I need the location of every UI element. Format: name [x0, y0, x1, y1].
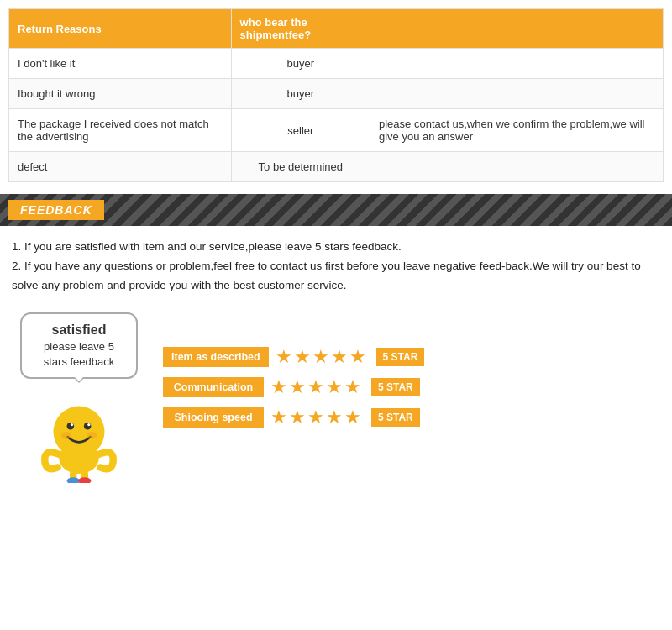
table-row: defect To be determined	[9, 152, 664, 182]
reason-cell: defect	[9, 152, 232, 182]
ratings-container: Item as described ★ ★ ★ ★ ★ 5 STAR Commu…	[163, 312, 424, 428]
svg-point-3	[84, 423, 91, 429]
rating-row-communication: Communication ★ ★ ★ ★ ★ 5 STAR	[163, 376, 424, 398]
star-icon: ★	[307, 407, 324, 428]
svg-point-7	[87, 432, 97, 438]
stars-item: ★ ★ ★ ★ ★	[276, 346, 366, 368]
svg-point-10	[67, 477, 80, 483]
note-cell: please contact us,when we confirm the pr…	[370, 109, 664, 152]
svg-point-2	[67, 423, 74, 429]
bearer-cell: seller	[231, 109, 370, 152]
table-row: The package I received does not match th…	[9, 109, 664, 152]
note-cell	[370, 152, 664, 182]
note-cell	[370, 79, 664, 109]
rating-badge-shipping: 5 STAR	[371, 408, 420, 427]
star-icon: ★	[276, 346, 292, 368]
star-icon: ★	[312, 346, 329, 368]
feedback-line2: 2. If you have any questions or problem,…	[12, 257, 660, 296]
note-cell	[370, 49, 664, 79]
reason-cell: I don't like it	[9, 49, 232, 79]
return-reasons-section: Return Reasons who bear the shipmentfee?…	[0, 0, 672, 182]
emoji-mascot-svg	[33, 391, 125, 483]
svg-point-6	[61, 432, 71, 438]
stars-communication: ★ ★ ★ ★ ★	[270, 376, 361, 398]
rating-badge-communication: 5 STAR	[371, 378, 420, 396]
star-icon: ★	[326, 376, 343, 398]
star-icon: ★	[307, 376, 324, 398]
star-icon: ★	[344, 376, 361, 398]
bearer-cell: buyer	[231, 49, 370, 79]
satisfied-text: satisfied	[32, 321, 126, 339]
rating-row-shipping: Shiooing speed ★ ★ ★ ★ ★ 5 STAR	[163, 407, 424, 428]
star-icon: ★	[326, 407, 343, 428]
star-icon: ★	[344, 407, 361, 428]
star-icon: ★	[331, 346, 348, 368]
rating-label-communication: Communication	[163, 377, 264, 397]
rating-badge-item: 5 STAR	[376, 348, 425, 366]
bubble-sub-text: please leave 5 stars feedback	[44, 340, 115, 368]
rating-label-shipping: Shiooing speed	[163, 407, 264, 428]
speech-bubble: satisfied please leave 5 stars feedback	[20, 312, 138, 379]
reason-cell: Ibought it wrong	[9, 79, 232, 109]
star-icon: ★	[349, 346, 366, 368]
mascot-container: satisfied please leave 5 stars feedback	[12, 312, 146, 483]
rating-label-item: Item as described	[163, 347, 269, 367]
table-header-note	[370, 9, 664, 49]
reason-cell: The package I received does not match th…	[9, 109, 232, 152]
star-icon: ★	[270, 376, 287, 398]
table-header-reason: Return Reasons	[9, 9, 232, 49]
svg-point-5	[87, 423, 90, 426]
table-row: I don't like it buyer	[9, 49, 664, 79]
svg-point-1	[54, 406, 105, 457]
feedback-line1: 1. If you are satisfied with item and ou…	[12, 238, 660, 257]
feedback-banner: FEEDBACK	[0, 194, 672, 226]
feedback-label: FEEDBACK	[8, 200, 104, 220]
svg-point-4	[71, 423, 73, 426]
stars-shipping: ★ ★ ★ ★ ★	[270, 407, 361, 428]
bearer-cell: buyer	[231, 79, 370, 109]
rating-row-item: Item as described ★ ★ ★ ★ ★ 5 STAR	[163, 346, 424, 368]
table-row: Ibought it wrong buyer	[9, 79, 664, 109]
star-icon: ★	[289, 376, 306, 398]
star-icon: ★	[294, 346, 311, 368]
table-header-bearer: who bear the shipmentfee?	[231, 9, 370, 49]
satisfaction-section: satisfied please leave 5 stars feedback	[0, 304, 672, 500]
star-icon: ★	[289, 407, 306, 428]
return-reasons-table: Return Reasons who bear the shipmentfee?…	[8, 8, 664, 182]
feedback-text-section: 1. If you are satisfied with item and ou…	[0, 226, 672, 304]
star-icon: ★	[270, 407, 287, 428]
bearer-cell: To be determined	[231, 152, 370, 182]
svg-point-11	[78, 477, 91, 483]
